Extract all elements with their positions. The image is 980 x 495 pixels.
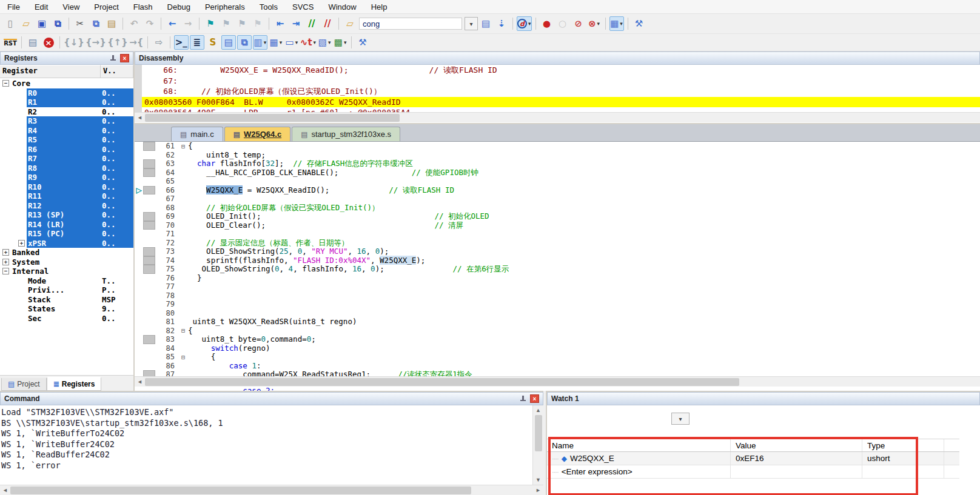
scroll-left-icon[interactable]: ◄ xyxy=(135,113,145,122)
disable-breakpoint-icon[interactable]: ⊘ xyxy=(571,16,586,31)
open-file-icon[interactable]: ▱ xyxy=(19,16,33,31)
run-icon[interactable]: ⇨ xyxy=(152,35,166,50)
menu-debug[interactable]: Debug xyxy=(160,1,198,13)
register-row-r14-lr-[interactable]: R14 (LR)0.. xyxy=(0,220,133,230)
scrollbar-thumb[interactable] xyxy=(535,415,542,451)
scroll-left-icon[interactable]: ◄ xyxy=(0,486,10,495)
register-row-r8[interactable]: R80.. xyxy=(0,164,133,173)
code-line[interactable]: 80 xyxy=(135,309,980,318)
disassembly-window-icon[interactable]: ≣ xyxy=(190,35,204,50)
value-column-label[interactable]: V.. xyxy=(101,65,133,78)
bookmark-toggle-icon[interactable]: ⚑ xyxy=(203,16,218,31)
code-line[interactable]: 75 OLED_ShowString(0, 4, flashInfo, 16, … xyxy=(135,265,980,274)
dropdown-caret-icon[interactable]: ▾ xyxy=(314,39,317,45)
watch-window-icon[interactable]: ▥▾ xyxy=(253,35,267,50)
code-line[interactable]: 76 } xyxy=(135,274,980,283)
callstack-window-icon[interactable]: ⧉ xyxy=(237,35,252,50)
pin-icon[interactable] xyxy=(520,396,526,402)
watch-value[interactable]: 0xEF16 xyxy=(731,452,862,465)
dropdown-caret-icon[interactable]: ▾ xyxy=(620,21,623,27)
scroll-down-icon[interactable]: ▼ xyxy=(534,475,543,485)
register-row-r3[interactable]: R30.. xyxy=(0,116,133,126)
register-row-banked[interactable]: +Banked xyxy=(0,248,133,257)
register-row-sec[interactable]: Sec0.. xyxy=(0,314,133,324)
navigate-forward-icon[interactable]: → xyxy=(181,16,195,31)
system-viewer-icon[interactable]: ▩▾ xyxy=(333,35,347,50)
register-row-privi-[interactable]: Privi...P.. xyxy=(0,285,133,295)
new-file-icon[interactable]: ▯ xyxy=(3,16,18,31)
fold-margin[interactable]: ⊟ xyxy=(178,354,188,360)
command-hscrollbar[interactable]: ◄ ► xyxy=(0,485,543,495)
code-line[interactable]: 85⊟ { xyxy=(135,353,980,362)
dropdown-caret-icon[interactable]: ▾ xyxy=(528,21,531,27)
find-in-files-window-icon[interactable]: ▤ xyxy=(478,16,493,31)
bookmark-prev-icon[interactable]: ⚑ xyxy=(219,16,233,31)
code-line[interactable]: 70 OLED_Clear(); // 清屏 xyxy=(135,221,980,230)
dropdown-caret-icon[interactable]: ▾ xyxy=(344,39,347,45)
kill-breakpoints-icon[interactable]: ⊗▾ xyxy=(587,16,602,31)
menu-file[interactable]: File xyxy=(0,1,27,13)
watch-col-name[interactable]: Name xyxy=(547,439,731,451)
menu-window[interactable]: Window xyxy=(321,1,363,13)
code-line[interactable]: 78 xyxy=(135,291,980,301)
configure-tools-icon[interactable]: ⚒ xyxy=(632,16,646,31)
code-line[interactable]: 63 char flashInfo[32]; // 存储FLASH信息的字符串缓… xyxy=(135,159,980,168)
code-line[interactable]: 69 OLED_Init(); // 初始化OLED xyxy=(135,212,980,221)
search-input[interactable] xyxy=(359,18,462,30)
search-dropdown-icon[interactable]: ▾ xyxy=(465,17,478,30)
code-line[interactable]: 65 xyxy=(135,177,980,186)
enable-breakpoint-icon[interactable]: ○ xyxy=(555,16,570,31)
incremental-find-icon[interactable]: ⇣ xyxy=(494,16,509,31)
code-line[interactable]: 84 switch(regno) xyxy=(135,344,980,353)
trace-window-icon[interactable]: ▧▾ xyxy=(317,35,332,50)
register-row-system[interactable]: +System xyxy=(0,257,133,267)
scroll-up-icon[interactable]: ▲ xyxy=(534,405,543,415)
code-line[interactable]: 71 xyxy=(135,230,980,239)
code-line[interactable]: 77 xyxy=(135,282,980,291)
register-row-r10[interactable]: R100.. xyxy=(0,182,133,192)
tree-expander-icon[interactable]: + xyxy=(2,249,9,256)
insert-breakpoint-icon[interactable]: ● xyxy=(540,16,554,31)
bookmark-next-icon[interactable]: ⚑ xyxy=(235,16,249,31)
window-layout-icon[interactable]: ▦▾ xyxy=(609,16,624,31)
code-line[interactable]: 73 OLED_ShowString(25, 0, "RY MCU", 16, … xyxy=(135,247,980,256)
register-row-r6[interactable]: R60.. xyxy=(0,145,133,154)
menu-edit[interactable]: Edit xyxy=(27,1,55,13)
code-line[interactable]: 86 case 1: xyxy=(135,362,980,371)
watch-value[interactable] xyxy=(731,465,862,478)
disassembly-code[interactable]: 66: W25QXX_E = W25QXX_ReadID(); // 读取FLA… xyxy=(135,65,980,112)
code-line[interactable]: 82⊟{ xyxy=(135,327,980,336)
menu-view[interactable]: View xyxy=(55,1,87,13)
serial-window-icon[interactable]: ▭▾ xyxy=(284,35,299,50)
command-window-icon[interactable]: >_ xyxy=(174,35,189,50)
code-line[interactable]: 79 xyxy=(135,300,980,309)
scroll-right-icon[interactable]: ► xyxy=(533,486,543,495)
fold-margin[interactable]: ⊟ xyxy=(178,327,188,334)
start-stop-debug-icon[interactable]: d▾ xyxy=(517,16,532,31)
reset-button[interactable]: RST xyxy=(3,35,18,50)
uncomment-icon[interactable]: // xyxy=(320,16,335,31)
scrollbar-thumb[interactable] xyxy=(145,114,400,122)
dropdown-caret-icon[interactable]: ▾ xyxy=(328,39,331,45)
dropdown-caret-icon[interactable]: ▾ xyxy=(280,39,283,45)
code-line[interactable]: 87 command=W25X_ReadStatusReg1; //读状态寄存器… xyxy=(135,370,980,376)
menu-tools[interactable]: Tools xyxy=(252,1,285,13)
cut-icon[interactable]: ✂ xyxy=(73,16,87,31)
register-row-internal[interactable]: −Internal xyxy=(0,267,133,276)
tab-project[interactable]: ▤Project xyxy=(1,378,47,391)
register-row-r13-sp-[interactable]: R13 (SP)0.. xyxy=(0,210,133,220)
tree-expander-icon[interactable]: + xyxy=(2,259,9,265)
menu-help[interactable]: Help xyxy=(364,1,395,13)
register-row-r11[interactable]: R110.. xyxy=(0,191,133,201)
step-over-icon[interactable]: {→} xyxy=(86,35,106,50)
editor-hscrollbar[interactable]: ◄ xyxy=(135,376,980,387)
pin-icon[interactable] xyxy=(110,55,116,62)
analysis-window-icon[interactable]: ∿t▾ xyxy=(300,35,316,50)
scroll-left-icon[interactable]: ◄ xyxy=(135,377,145,387)
find-in-files-icon[interactable]: ▱ xyxy=(343,16,357,31)
menu-flash[interactable]: Flash xyxy=(126,1,160,13)
code-line[interactable]: 83 uint8_t byte=0,command=0; xyxy=(135,335,980,344)
dropdown-caret-icon[interactable]: ▾ xyxy=(295,39,298,45)
memory-window-icon[interactable]: ▦▾ xyxy=(269,35,283,50)
watch-type[interactable]: ushort xyxy=(862,452,944,465)
